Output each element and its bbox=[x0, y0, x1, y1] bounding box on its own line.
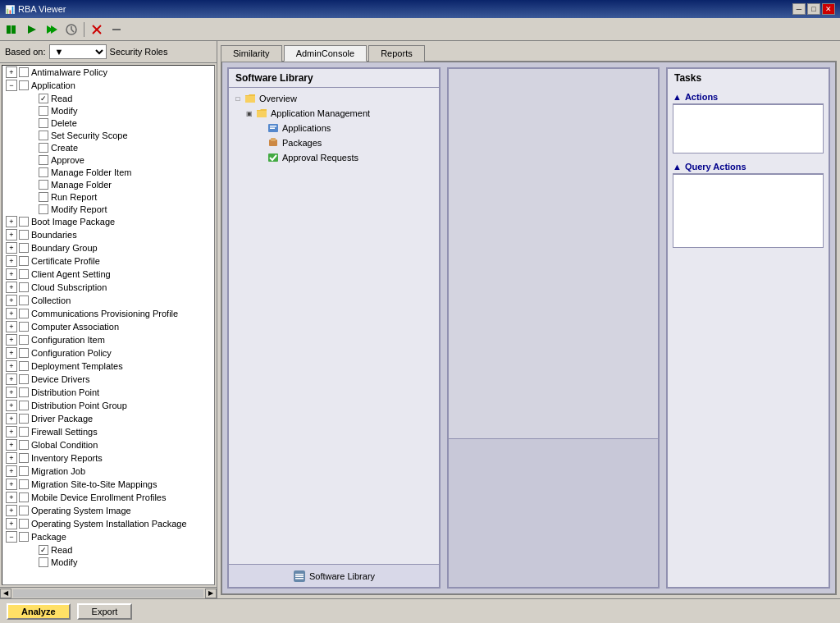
tree-checkbox[interactable] bbox=[19, 348, 29, 358]
toolbar-btn-dash[interactable] bbox=[107, 21, 126, 39]
tree-expand-btn[interactable] bbox=[6, 321, 17, 332]
software-library-footer[interactable]: Software Library bbox=[229, 564, 439, 587]
tree-expand-btn[interactable] bbox=[6, 295, 17, 306]
maximize-button[interactable]: □ bbox=[807, 3, 820, 15]
sub-tree-item[interactable]: Create bbox=[2, 141, 214, 153]
tree-checkbox[interactable] bbox=[19, 374, 29, 384]
tree-checkbox[interactable] bbox=[19, 322, 29, 332]
sw-expand-btn[interactable]: □ bbox=[232, 95, 244, 103]
tree-checkbox[interactable] bbox=[19, 440, 29, 450]
tree-expand-btn[interactable] bbox=[6, 465, 17, 477]
tree-item[interactable]: Firewall Settings bbox=[2, 425, 214, 438]
tree-expand-btn[interactable] bbox=[6, 373, 17, 385]
tree-checkbox[interactable] bbox=[19, 67, 29, 77]
tree-checkbox[interactable] bbox=[19, 466, 29, 476]
tree-expand-btn[interactable] bbox=[6, 255, 17, 267]
scrollbar-track[interactable] bbox=[13, 589, 203, 598]
sw-tree-item[interactable]: Packages bbox=[232, 135, 436, 150]
sub-tree-item[interactable]: Modify bbox=[2, 104, 214, 117]
tree-checkbox[interactable] bbox=[19, 269, 29, 279]
tree-checkbox[interactable] bbox=[19, 414, 29, 424]
tree-expand-btn[interactable] bbox=[6, 282, 17, 293]
tree-item[interactable]: Migration Job bbox=[2, 465, 214, 478]
tree-item[interactable]: Driver Package bbox=[2, 412, 214, 425]
sub-tree-item[interactable]: Modify bbox=[2, 556, 214, 568]
tree-item[interactable]: Collection bbox=[2, 294, 214, 307]
tree-expand-btn[interactable] bbox=[6, 426, 17, 437]
sub-tree-item[interactable]: Run Report bbox=[2, 190, 214, 203]
software-tree[interactable]: □ Overview ▣ Application Management Appl… bbox=[229, 88, 439, 564]
analyze-button[interactable]: Analyze bbox=[7, 603, 71, 620]
tree-item[interactable]: Distribution Point bbox=[2, 386, 214, 399]
tree-item[interactable]: Migration Site-to-Site Mappings bbox=[2, 478, 214, 491]
tree-checkbox[interactable] bbox=[19, 479, 29, 489]
sw-tree-item[interactable]: Applications bbox=[232, 121, 436, 135]
tree-checkbox[interactable] bbox=[39, 545, 48, 555]
toolbar-btn-2[interactable] bbox=[23, 21, 41, 39]
sub-tree-item[interactable]: Set Security Scope bbox=[2, 129, 214, 141]
tree-item[interactable]: Global Condition bbox=[2, 438, 214, 451]
tree-expand-btn[interactable] bbox=[6, 360, 17, 372]
tree-item[interactable]: Application bbox=[2, 79, 214, 92]
sw-tree-item[interactable]: □ Overview bbox=[232, 91, 436, 106]
tree-checkbox[interactable] bbox=[19, 256, 29, 266]
tree-checkbox[interactable] bbox=[39, 204, 48, 214]
tree-item[interactable]: Client Agent Setting bbox=[2, 268, 214, 281]
tree-expand-btn[interactable] bbox=[6, 518, 17, 529]
tree-item[interactable]: Boundaries bbox=[2, 228, 214, 241]
tree-item[interactable]: Boot Image Package bbox=[2, 215, 214, 228]
tab-similarity[interactable]: Similarity bbox=[221, 45, 282, 62]
tree-item[interactable]: Package bbox=[2, 530, 214, 543]
tree-checkbox[interactable] bbox=[39, 192, 48, 202]
tree-checkbox[interactable] bbox=[39, 143, 48, 153]
tree-item[interactable]: Configuration Policy bbox=[2, 346, 214, 360]
tree-expand-btn[interactable] bbox=[6, 400, 17, 411]
tree-checkbox[interactable] bbox=[39, 118, 48, 128]
tree-item[interactable]: Communications Provisioning Profile bbox=[2, 307, 214, 320]
tree-item[interactable]: Antimalware Policy bbox=[2, 66, 214, 79]
tasks-query-header[interactable]: ▲ Query Actions bbox=[673, 160, 824, 174]
sub-tree-item[interactable]: Delete bbox=[2, 117, 214, 129]
export-button[interactable]: Export bbox=[77, 603, 133, 620]
tree-checkbox[interactable] bbox=[19, 387, 29, 397]
tree-checkbox[interactable] bbox=[19, 492, 29, 502]
tree-checkbox[interactable] bbox=[19, 361, 29, 371]
based-on-select[interactable]: ▼ bbox=[49, 44, 107, 59]
tree-item[interactable]: Computer Association bbox=[2, 320, 214, 333]
toolbar-btn-4[interactable] bbox=[62, 21, 80, 39]
tree-checkbox[interactable] bbox=[39, 180, 48, 190]
tree-item[interactable]: Inventory Reports bbox=[2, 451, 214, 465]
scroll-right-btn[interactable]: ▶ bbox=[205, 589, 217, 598]
tree-checkbox[interactable] bbox=[39, 106, 48, 116]
tree-checkbox[interactable] bbox=[19, 532, 29, 542]
tree-container[interactable]: Antimalware Policy Application Read Modi… bbox=[2, 65, 215, 585]
tree-expand-btn[interactable] bbox=[6, 308, 17, 319]
sub-tree-item[interactable]: Manage Folder Item bbox=[2, 166, 214, 178]
tree-expand-btn[interactable] bbox=[6, 452, 17, 464]
sub-tree-item[interactable]: Read bbox=[2, 92, 214, 104]
toolbar-btn-close[interactable] bbox=[88, 21, 106, 39]
tree-checkbox[interactable] bbox=[19, 453, 29, 463]
tree-checkbox[interactable] bbox=[19, 230, 29, 240]
tree-expand-btn[interactable] bbox=[6, 347, 17, 359]
tree-expand-btn[interactable] bbox=[6, 242, 17, 254]
sub-tree-item[interactable]: Modify Report bbox=[2, 203, 214, 215]
tree-item[interactable]: Boundary Group bbox=[2, 241, 214, 254]
tree-expand-btn[interactable] bbox=[6, 334, 17, 346]
sub-tree-item[interactable]: Read bbox=[2, 543, 214, 556]
tree-item[interactable]: Operating System Image bbox=[2, 504, 214, 517]
tree-item[interactable]: Configuration Item bbox=[2, 333, 214, 346]
tree-checkbox[interactable] bbox=[19, 427, 29, 437]
tree-expand-btn[interactable] bbox=[6, 439, 17, 451]
tree-checkbox[interactable] bbox=[39, 167, 48, 177]
tree-item[interactable]: Operating System Installation Package bbox=[2, 517, 214, 530]
tree-expand-btn[interactable] bbox=[6, 268, 17, 280]
tree-item[interactable]: Device Drivers bbox=[2, 373, 214, 386]
tab-reports[interactable]: Reports bbox=[368, 45, 425, 62]
sw-expand-btn[interactable]: ▣ bbox=[244, 110, 255, 117]
tree-expand-btn[interactable] bbox=[6, 387, 17, 398]
toolbar-btn-1[interactable] bbox=[3, 21, 21, 39]
tree-checkbox[interactable] bbox=[19, 243, 29, 253]
sub-tree-item[interactable]: Approve bbox=[2, 153, 214, 166]
tree-checkbox[interactable] bbox=[39, 131, 48, 140]
